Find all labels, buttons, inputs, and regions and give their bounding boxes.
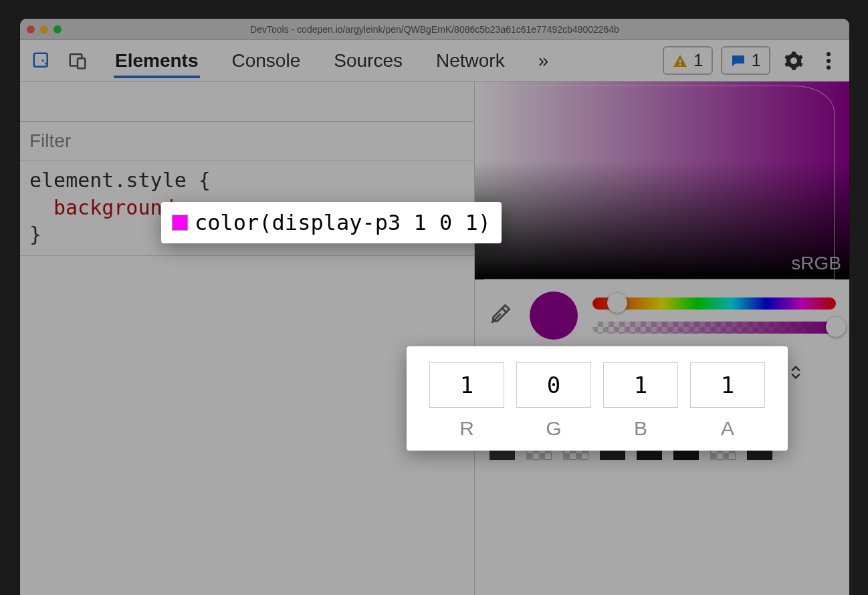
channel-input-a[interactable] <box>690 362 765 408</box>
messages-count: 1 <box>752 50 761 71</box>
svg-rect-3 <box>679 60 681 63</box>
device-toolbar-icon[interactable] <box>66 49 90 73</box>
color-swatch-icon[interactable] <box>172 215 188 231</box>
zoom-window-button[interactable] <box>53 25 62 33</box>
property-value-popover: color(display-p3 1 0 1) <box>161 202 502 243</box>
channel-label: A <box>721 417 734 440</box>
settings-icon[interactable] <box>782 49 805 72</box>
channel-input-b[interactable] <box>603 362 678 408</box>
tab-elements[interactable]: Elements <box>114 43 200 78</box>
alpha-thumb[interactable] <box>826 317 846 337</box>
minimize-window-button[interactable] <box>40 25 48 33</box>
svg-point-6 <box>827 58 831 62</box>
titlebar: DevTools - codepen.io/argyleink/pen/QWBg… <box>20 19 849 40</box>
window-controls <box>27 25 62 33</box>
channel-input-r[interactable] <box>429 362 504 408</box>
channel-b: B <box>603 362 678 440</box>
alpha-slider[interactable] <box>592 322 836 334</box>
inspect-element-icon[interactable] <box>29 49 53 73</box>
more-tabs-icon[interactable]: » <box>537 43 550 78</box>
styles-pane: Filter element.style { background } <box>20 82 475 595</box>
window-title: DevTools - codepen.io/argyleink/pen/QWBg… <box>20 24 849 35</box>
devtools-window: DevTools - codepen.io/argyleink/pen/QWBg… <box>20 19 849 595</box>
svg-rect-2 <box>78 58 85 68</box>
tab-console[interactable]: Console <box>231 43 302 78</box>
filter-placeholder: Filter <box>29 130 71 152</box>
warnings-badge[interactable]: 1 <box>663 46 712 75</box>
channel-label: R <box>459 417 474 440</box>
rgba-inputs-popover: RGBA <box>407 346 788 451</box>
svg-point-5 <box>827 51 831 55</box>
filter-input[interactable]: Filter <box>20 122 474 160</box>
gamut-label: sRGB <box>791 253 841 274</box>
close-window-button[interactable] <box>27 25 35 33</box>
channel-r: R <box>429 362 504 440</box>
main-toolbar: Elements Console Sources Network » 1 1 <box>20 40 849 82</box>
messages-badge[interactable]: 1 <box>721 46 770 75</box>
hue-slider[interactable] <box>592 298 836 310</box>
warnings-count: 1 <box>693 50 703 71</box>
svg-rect-4 <box>679 64 681 66</box>
panel-tabs: Elements Console Sources Network » <box>114 43 550 78</box>
channel-g: G <box>516 362 591 440</box>
channel-input-g[interactable] <box>516 362 591 408</box>
hue-thumb[interactable] <box>607 293 627 313</box>
palette-expand-icon[interactable] <box>788 365 804 380</box>
style-property-name[interactable]: background <box>53 196 175 219</box>
channel-a: A <box>690 362 765 440</box>
eyedropper-icon[interactable] <box>488 302 515 329</box>
color-spectrum[interactable]: sRGB <box>475 82 849 279</box>
channel-label: B <box>634 417 647 440</box>
property-value[interactable]: color(display-p3 1 0 1) <box>195 210 491 235</box>
current-color-swatch[interactable] <box>530 291 578 340</box>
more-menu-icon[interactable] <box>817 49 840 72</box>
svg-point-7 <box>827 65 831 69</box>
tab-network[interactable]: Network <box>435 43 506 78</box>
channel-label: G <box>546 417 561 440</box>
svg-rect-0 <box>34 53 47 66</box>
tab-sources[interactable]: Sources <box>332 43 404 78</box>
color-picker: sRGB <box>475 82 849 595</box>
style-selector: element.style { <box>29 167 465 195</box>
